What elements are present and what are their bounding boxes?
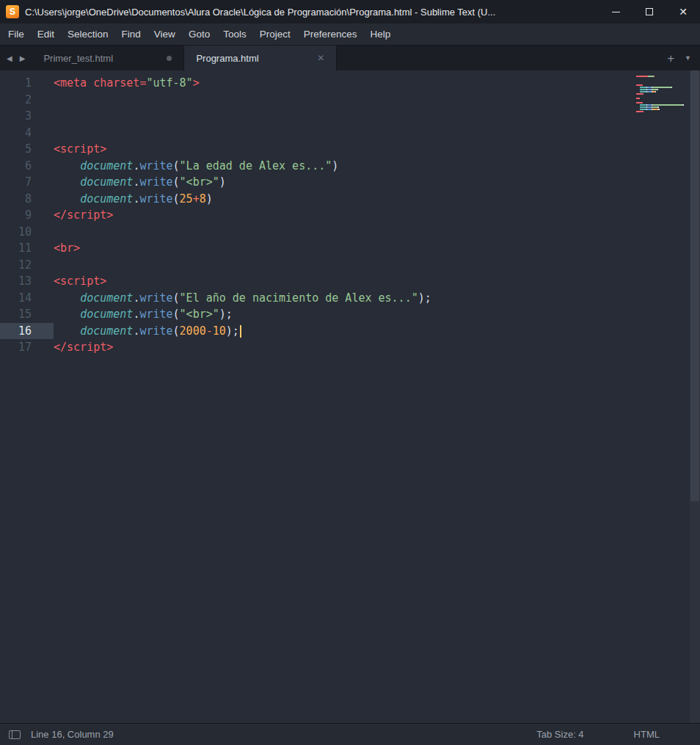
line-number[interactable]: 16	[0, 323, 54, 340]
minimap[interactable]	[636, 76, 684, 113]
tabbar: ◀ ▶ Primer_test.htmlPrograma.html✕ + ▼	[0, 46, 700, 70]
menu-item-selection[interactable]: Selection	[61, 26, 115, 43]
line-number[interactable]: 4	[0, 125, 54, 142]
statusbar: Line 16, Column 29 Tab Size: 4 HTML	[0, 723, 700, 745]
line-number[interactable]: 14	[0, 290, 54, 307]
code-line-3[interactable]: 3	[0, 108, 700, 125]
menu-item-file[interactable]: File	[1, 26, 31, 43]
line-number[interactable]: 7	[0, 174, 54, 191]
code-token: -	[206, 324, 213, 338]
vertical-scrollbar[interactable]	[690, 70, 700, 723]
close-button[interactable]: ✕	[666, 0, 700, 23]
code-token: document	[80, 291, 133, 305]
code-token: "<br>"	[180, 308, 219, 321]
code-line-12[interactable]: 12	[0, 257, 700, 274]
minimap-line	[636, 87, 684, 88]
code-token: <meta charset=	[54, 76, 146, 90]
tab-close-icon[interactable]: ✕	[317, 53, 324, 63]
minimap-line	[636, 78, 684, 79]
tab-primer-test-html[interactable]: Primer_test.html	[32, 46, 184, 70]
new-tab-icon[interactable]: +	[667, 52, 674, 65]
menu-item-edit[interactable]: Edit	[31, 26, 61, 43]
code-text: </script>	[54, 207, 113, 224]
menu-item-preferences[interactable]: Preferences	[297, 26, 364, 43]
line-number[interactable]: 10	[0, 224, 54, 241]
code-line-1[interactable]: 1<meta charset="utf-8">	[0, 75, 700, 92]
menu-item-help[interactable]: Help	[364, 26, 398, 43]
line-number[interactable]: 1	[0, 75, 54, 92]
code-token: "El año de nacimiento de Alex es..."	[180, 291, 418, 305]
minimap-line	[636, 100, 684, 101]
minimap-line	[636, 84, 684, 86]
code-token: </script>	[54, 341, 113, 354]
tab-size-indicator[interactable]: Tab Size: 4	[536, 729, 583, 740]
code-token: (	[173, 159, 180, 172]
code-text: <br>	[54, 240, 80, 257]
minimap-line	[636, 89, 684, 90]
code-token: document	[80, 324, 133, 338]
code-text: document.write("<br>")	[54, 174, 226, 191]
tab-label: Programa.html	[196, 53, 258, 64]
code-line-14[interactable]: 14 document.write("El año de nacimiento …	[0, 290, 700, 307]
code-line-13[interactable]: 13<script>	[0, 273, 700, 290]
line-number[interactable]: 12	[0, 257, 54, 274]
line-number[interactable]: 5	[0, 141, 54, 158]
menu-item-tools[interactable]: Tools	[216, 26, 253, 43]
cursor-position-text: Line 16, Column 29	[31, 729, 114, 740]
menu-item-find[interactable]: Find	[115, 26, 147, 43]
code-text: <script>	[54, 273, 106, 290]
code-line-5[interactable]: 5<script>	[0, 141, 700, 158]
code-token: )	[332, 159, 338, 172]
minimap-line	[636, 104, 684, 106]
code-text: <meta charset="utf-8">	[54, 75, 200, 92]
code-line-15[interactable]: 15 document.write("<br>");	[0, 306, 700, 323]
code-line-4[interactable]: 4	[0, 125, 700, 142]
minimap-line	[636, 91, 684, 92]
line-number[interactable]: 2	[0, 92, 54, 109]
maximize-button[interactable]	[632, 0, 666, 23]
forward-arrow-icon[interactable]: ▶	[18, 53, 28, 64]
line-number[interactable]: 3	[0, 108, 54, 125]
code-token: 8	[200, 192, 206, 206]
code-line-10[interactable]: 10	[0, 224, 700, 241]
minimap-line	[636, 102, 684, 103]
tab-programa-html[interactable]: Programa.html✕	[184, 46, 337, 70]
code-token: )	[206, 192, 213, 206]
minimap-line	[636, 76, 684, 77]
menu-item-goto[interactable]: Goto	[182, 26, 216, 43]
sidebar-toggle-icon[interactable]	[9, 730, 21, 739]
code-line-6[interactable]: 6 document.write("La edad de Alex es..."…	[0, 158, 700, 175]
code-token: (	[173, 192, 180, 206]
code-line-16[interactable]: 16 document.write(2000-10);	[0, 323, 700, 340]
menubar: FileEditSelectionFindViewGotoToolsProjec…	[0, 23, 700, 46]
scrollbar-thumb[interactable]	[690, 70, 699, 501]
tabbar-right-controls: + ▼	[667, 46, 700, 70]
editor[interactable]: 1<meta charset="utf-8">2345<script>6 doc…	[0, 70, 700, 723]
line-number[interactable]: 17	[0, 339, 54, 356]
tab-overflow-icon[interactable]: ▼	[685, 54, 691, 62]
code-text: document.write(2000-10);	[54, 323, 241, 340]
minimize-button[interactable]	[599, 0, 632, 23]
tab-navigation: ◀ ▶	[0, 46, 32, 70]
code-token: <br>	[54, 241, 80, 255]
line-number[interactable]: 11	[0, 240, 54, 257]
back-arrow-icon[interactable]: ◀	[4, 53, 15, 64]
statusbar-right: Tab Size: 4 HTML	[536, 729, 660, 740]
line-number[interactable]: 13	[0, 273, 54, 290]
code-line-8[interactable]: 8 document.write(25+8)	[0, 191, 700, 208]
code-line-7[interactable]: 7 document.write("<br>")	[0, 174, 700, 191]
code-line-2[interactable]: 2	[0, 92, 700, 109]
line-number[interactable]: 15	[0, 306, 54, 323]
menu-item-view[interactable]: View	[147, 26, 182, 43]
line-number[interactable]: 8	[0, 191, 54, 208]
code-line-11[interactable]: 11<br>	[0, 240, 700, 257]
line-number[interactable]: 6	[0, 158, 54, 175]
code-token: "<br>"	[180, 175, 219, 189]
minimap-line	[636, 80, 684, 81]
menu-item-project[interactable]: Project	[253, 26, 297, 43]
line-number[interactable]: 9	[0, 207, 54, 224]
minimize-icon	[612, 12, 620, 12]
code-line-17[interactable]: 17</script>	[0, 339, 700, 356]
code-line-9[interactable]: 9</script>	[0, 207, 700, 224]
syntax-indicator[interactable]: HTML	[634, 729, 660, 740]
